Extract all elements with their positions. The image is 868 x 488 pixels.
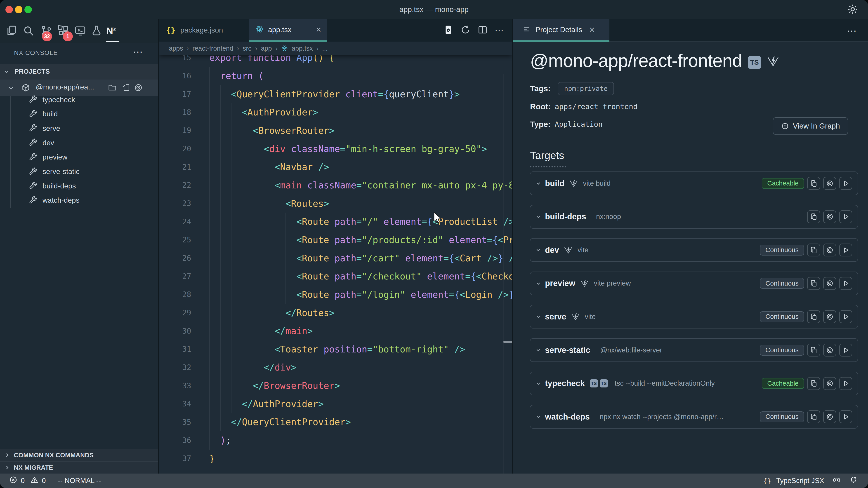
editor-panel-divider[interactable] [512, 19, 513, 474]
copy-task-button[interactable] [807, 210, 820, 223]
code-line-17[interactable]: 17 <QueryClientProvider client={queryCli… [158, 85, 513, 103]
run-target-button[interactable] [839, 344, 852, 357]
view-target-button[interactable] [823, 277, 836, 290]
sidebar-editor-divider[interactable] [158, 19, 159, 474]
sidebar-target-watch-deps[interactable]: watch-deps [0, 193, 158, 207]
run-target-button[interactable] [839, 177, 852, 190]
code-line-23[interactable]: 23 <Routes> [158, 194, 513, 213]
code-area[interactable]: 15export function App() {16 return (17 <… [158, 55, 513, 474]
code-line-19[interactable]: 19 <BrowserRouter> [158, 122, 513, 140]
run-target-button[interactable] [839, 377, 852, 390]
code-line-20[interactable]: 20 <div className="min-h-screen bg-gray-… [158, 140, 513, 158]
code-line-32[interactable]: 32 </div> [158, 358, 513, 377]
code-line-34[interactable]: 34 </AuthProvider> [158, 395, 513, 413]
view-target-button[interactable] [823, 243, 836, 256]
testing-beaker-icon[interactable] [90, 25, 103, 37]
split-editor-icon[interactable] [477, 25, 488, 36]
code-line-36[interactable]: 36 ); [158, 431, 513, 450]
errors-icon[interactable] [9, 476, 18, 486]
target-card-typecheck[interactable]: typecheckTSTS tsc --build --emitDeclarat… [530, 372, 858, 395]
copy-task-button[interactable] [807, 177, 820, 190]
close-tab-icon[interactable]: × [316, 25, 321, 35]
view-target-button[interactable] [823, 344, 836, 357]
code-line-18[interactable]: 18 <AuthProvider> [158, 103, 513, 122]
chevron-down-icon[interactable] [537, 248, 540, 252]
goto-config-file-icon[interactable] [121, 83, 130, 93]
target-card-serve-static[interactable]: serve-static @nx/web:file-server Continu… [530, 338, 858, 362]
more-actions-icon[interactable]: ⋯ [495, 25, 504, 35]
run-target-button[interactable] [839, 277, 852, 290]
code-line-24[interactable]: 24 <Route path="/" element={<ProductList… [158, 213, 513, 231]
code-line-29[interactable]: 29 </Routes> [158, 304, 513, 322]
open-settings-json-icon[interactable] [443, 25, 454, 36]
view-target-button[interactable] [823, 310, 836, 323]
chevron-down-icon[interactable] [537, 348, 540, 352]
code-line-28[interactable]: 28 <Route path="/login" element={<Login … [158, 286, 513, 304]
chevron-down-icon[interactable] [537, 315, 540, 318]
sidebar-target-build[interactable]: build [0, 107, 158, 121]
code-line-33[interactable]: 33 </BrowserRouter> [158, 377, 513, 395]
search-icon[interactable] [22, 25, 35, 37]
sidebar-more-icon[interactable]: ⋯ [133, 46, 143, 58]
refresh-icon[interactable] [460, 25, 471, 36]
language-mode[interactable]: TypeScript JSX [776, 477, 824, 485]
sidebar-target-preview[interactable]: preview [0, 150, 158, 164]
run-target-button[interactable] [839, 243, 852, 256]
projects-section-row[interactable]: PROJECTS [0, 64, 158, 79]
chevron-down-icon[interactable] [537, 415, 540, 418]
chevron-down-icon[interactable] [537, 181, 540, 185]
run-target-button[interactable] [839, 410, 852, 423]
breadcrumb-item[interactable]: src [243, 45, 252, 52]
tab-project-details[interactable]: Project Details × [513, 19, 610, 41]
target-card-serve[interactable]: serve vite Continuous [530, 305, 858, 328]
code-line-25[interactable]: 25 <Route path="/products/:id" element={… [158, 231, 513, 249]
tab-app-tsx[interactable]: app.tsx × [249, 19, 327, 41]
code-line-22[interactable]: 22 <main className="container mx-auto px… [158, 176, 513, 195]
breadcrumb-item[interactable]: react-frontend [193, 45, 234, 52]
breadcrumb-more[interactable]: ... [322, 45, 328, 52]
sidebar-section-nx-migrate[interactable]: NX MIGRATE [0, 461, 158, 474]
target-card-dev[interactable]: dev vite Continuous [530, 238, 858, 262]
copy-task-button[interactable] [807, 410, 820, 423]
breadcrumb-item[interactable]: app [261, 45, 272, 52]
view-target-button[interactable] [823, 410, 836, 423]
sidebar-section-common-nx-commands[interactable]: COMMON NX COMMANDS [0, 449, 158, 461]
copy-task-button[interactable] [807, 377, 820, 390]
code-line-27[interactable]: 27 <Route path="/checkout" element={<Che… [158, 267, 513, 286]
target-card-build[interactable]: build vite build Cacheable [530, 171, 858, 195]
sidebar-target-dev[interactable]: dev [0, 135, 158, 150]
chevron-down-icon[interactable] [537, 215, 540, 218]
view-target-button[interactable] [823, 377, 836, 390]
code-line-31[interactable]: 31 <Toaster position="bottom-right" /> [158, 340, 513, 359]
nx-console-icon[interactable]: N≥ [106, 26, 116, 36]
sidebar-target-typecheck[interactable]: typecheck [0, 92, 158, 107]
warnings-icon[interactable] [30, 476, 39, 486]
view-in-graph-button[interactable]: View In Graph [773, 117, 848, 135]
close-panel-icon[interactable]: × [589, 25, 594, 35]
breadcrumb-file[interactable]: app.tsx [291, 45, 313, 52]
code-line-35[interactable]: 35 </QueryClientProvider> [158, 413, 513, 431]
target-card-watch-deps[interactable]: watch-deps npx nx watch --projects @mono… [530, 405, 858, 429]
tab-package-json[interactable]: {} package.json [158, 19, 249, 41]
breadcrumb[interactable]: apps›react-frontend›src›app›app.tsx›... [158, 41, 513, 55]
copy-task-button[interactable] [807, 277, 820, 290]
view-target-button[interactable] [823, 177, 836, 190]
copy-task-button[interactable] [807, 310, 820, 323]
code-line-37[interactable]: 37} [158, 449, 513, 468]
notifications-bell-icon[interactable] [849, 476, 858, 486]
view-target-button[interactable] [823, 210, 836, 223]
copilot-icon[interactable] [832, 476, 841, 486]
remote-explorer-icon[interactable] [74, 25, 86, 37]
copy-task-button[interactable] [807, 344, 820, 357]
code-line-15[interactable]: 15export function App() { [158, 55, 513, 67]
copy-task-button[interactable] [807, 243, 820, 256]
scrollbar-thumb[interactable] [503, 341, 513, 343]
chevron-down-icon[interactable] [537, 281, 540, 285]
explorer-icon[interactable] [5, 25, 18, 37]
breadcrumb-item[interactable]: apps [169, 45, 183, 52]
panel-more-icon[interactable]: ⋯ [847, 25, 857, 37]
sidebar-target-build-deps[interactable]: build-deps [0, 179, 158, 193]
code-line-16[interactable]: 16 return ( [158, 67, 513, 85]
view-in-graph-icon[interactable] [134, 83, 143, 93]
open-folder-icon[interactable] [108, 83, 117, 93]
